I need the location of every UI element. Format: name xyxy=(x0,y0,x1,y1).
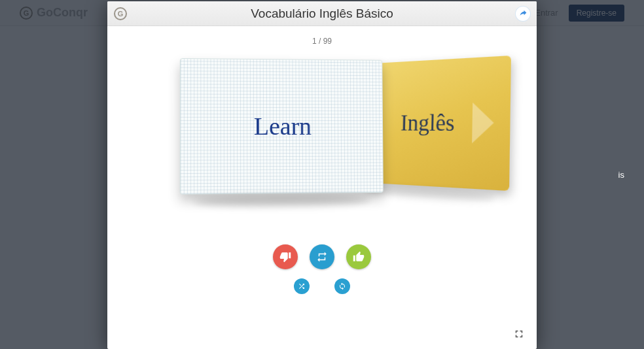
shuffle-icon xyxy=(298,282,306,290)
share-arrow-icon xyxy=(519,9,528,18)
chevron-right-icon xyxy=(472,102,494,144)
goconqr-icon[interactable]: G xyxy=(114,7,127,20)
deck-title: Vocabulário Inglês Básico xyxy=(107,7,537,21)
expand-icon xyxy=(513,328,525,340)
share-button[interactable] xyxy=(516,7,530,21)
thumbs-up-icon xyxy=(353,251,365,263)
like-button[interactable] xyxy=(346,244,371,269)
refresh-icon xyxy=(338,282,346,290)
secondary-controls xyxy=(107,278,537,294)
next-card-text: Inglês xyxy=(401,109,455,137)
fullscreen-button[interactable] xyxy=(513,328,525,340)
flip-button[interactable] xyxy=(310,244,334,269)
modal-header: G Vocabulário Inglês Básico xyxy=(107,1,537,26)
thumbs-down-icon xyxy=(279,251,291,263)
flip-icon xyxy=(316,251,328,263)
dislike-button[interactable] xyxy=(273,244,298,269)
card-stage: Inglês Learn xyxy=(107,59,537,242)
current-card-text: Learn xyxy=(254,112,312,141)
restart-button[interactable] xyxy=(334,278,350,294)
modal-body: 1 / 99 Inglês Learn xyxy=(107,26,537,349)
primary-controls xyxy=(107,244,537,269)
current-card[interactable]: Learn xyxy=(180,58,384,195)
flashcard-modal: G Vocabulário Inglês Básico 1 / 99 Inglê… xyxy=(107,1,537,349)
background-text: is xyxy=(618,170,624,180)
shuffle-button[interactable] xyxy=(294,278,310,294)
card-counter: 1 / 99 xyxy=(107,37,537,46)
